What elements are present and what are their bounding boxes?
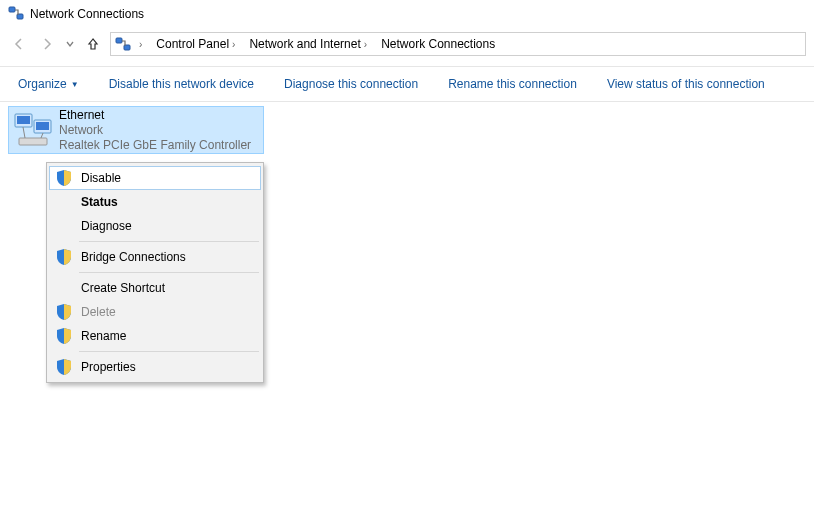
view-status-button[interactable]: View status of this connection [597,71,775,97]
menu-separator [79,241,259,242]
context-menu: Disable Status Diagnose Bridge Connectio… [46,162,264,383]
toolbar-label: Rename this connection [448,77,577,91]
back-button[interactable] [8,33,30,55]
svg-rect-5 [17,116,30,124]
adapter-status: Network [59,123,251,138]
toolbar: Organize ▼ Disable this network device D… [0,67,814,101]
adapter-ethernet[interactable]: Ethernet Network Realtek PCIe GbE Family… [8,106,264,154]
chevron-down-icon: ▼ [71,80,79,89]
adapter-device: Realtek PCIe GbE Family Controller [59,138,251,153]
breadcrumb-network-internet[interactable]: Network and Internet › [243,35,373,53]
disable-device-button[interactable]: Disable this network device [99,71,264,97]
breadcrumb-root-chevron[interactable]: › [133,37,148,52]
chevron-right-icon: › [364,39,367,50]
svg-rect-7 [36,122,49,130]
svg-rect-8 [19,138,47,145]
nav-row: › Control Panel › Network and Internet ›… [0,28,814,60]
window-title: Network Connections [30,7,144,21]
empty-icon-slot [55,217,73,235]
network-connections-icon [115,36,131,52]
chevron-right-icon: › [232,39,235,50]
ctx-label: Create Shortcut [81,281,165,295]
breadcrumb-control-panel[interactable]: Control Panel › [150,35,241,53]
breadcrumb-network-connections[interactable]: Network Connections [375,35,501,53]
adapter-text: Ethernet Network Realtek PCIe GbE Family… [59,108,251,153]
adapter-name: Ethernet [59,108,251,123]
ctx-label: Diagnose [81,219,132,233]
forward-button[interactable] [36,33,58,55]
ctx-label: Bridge Connections [81,250,186,264]
ctx-label: Status [81,195,118,209]
toolbar-wrap: Organize ▼ Disable this network device D… [0,66,814,102]
svg-rect-2 [116,38,122,43]
menu-separator [79,272,259,273]
toolbar-label: Diagnose this connection [284,77,418,91]
toolbar-label: Disable this network device [109,77,254,91]
shield-icon [55,248,73,266]
ctx-create-shortcut[interactable]: Create Shortcut [49,276,261,300]
title-bar: Network Connections [0,0,814,28]
ctx-delete: Delete [49,300,261,324]
up-button[interactable] [82,33,104,55]
network-connections-icon [8,5,24,24]
svg-rect-0 [9,7,15,12]
shield-icon [55,169,73,187]
ctx-disable[interactable]: Disable [49,166,261,190]
ctx-status[interactable]: Status [49,190,261,214]
ctx-bridge[interactable]: Bridge Connections [49,245,261,269]
rename-connection-button[interactable]: Rename this connection [438,71,587,97]
breadcrumb-label: Network Connections [381,37,495,51]
organize-menu[interactable]: Organize ▼ [8,71,89,97]
breadcrumb-label: Control Panel [156,37,229,51]
toolbar-label: Organize [18,77,67,91]
diagnose-connection-button[interactable]: Diagnose this connection [274,71,428,97]
ctx-label: Delete [81,305,116,319]
toolbar-label: View status of this connection [607,77,765,91]
ctx-label: Rename [81,329,126,343]
recent-locations-button[interactable] [64,39,76,49]
address-bar[interactable]: › Control Panel › Network and Internet ›… [110,32,806,56]
shield-icon [55,327,73,345]
content-area: Ethernet Network Realtek PCIe GbE Family… [0,102,814,154]
empty-icon-slot [55,193,73,211]
shield-icon [55,358,73,376]
shield-icon [55,303,73,321]
ctx-rename[interactable]: Rename [49,324,261,348]
ctx-label: Properties [81,360,136,374]
ctx-label: Disable [81,171,121,185]
menu-separator [79,351,259,352]
breadcrumb-label: Network and Internet [249,37,360,51]
network-adapter-icon [13,110,53,150]
ctx-diagnose[interactable]: Diagnose [49,214,261,238]
empty-icon-slot [55,279,73,297]
ctx-properties[interactable]: Properties [49,355,261,379]
